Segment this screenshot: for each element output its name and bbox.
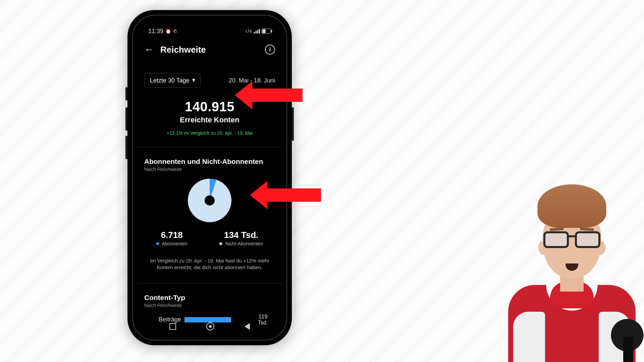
android-nav-bar	[137, 317, 282, 336]
phone-bezel: 11:39 ⏰ ✆ LTE ← Reichweite i	[132, 15, 287, 341]
date-range-dropdown[interactable]: Letzte 30 Tage ▾	[144, 73, 201, 88]
back-arrow-icon[interactable]: ←	[144, 44, 154, 55]
dot-blue-icon	[156, 242, 159, 245]
donut-icon	[188, 179, 231, 222]
recent-apps-icon[interactable]	[169, 323, 176, 330]
nonfollowers-label: Nicht-Abonnenten	[219, 241, 263, 246]
followers-section-header: Abonnenten und Nicht-Abonnenten Nach Rei…	[137, 158, 282, 172]
phone-volume-down	[125, 136, 127, 159]
phone-power-button	[292, 107, 294, 141]
followers-legend-col: 6.718 Abonnenten	[156, 230, 187, 246]
nonfollowers-legend-col: 134 Tsd. Nicht-Abonnenten	[219, 230, 263, 246]
content-section-header: Content-Typ Nach Reichweite	[137, 294, 282, 308]
title-bar: ← Reichweite i	[137, 40, 282, 60]
headline-label: Erreichte Konten	[137, 116, 282, 124]
date-range-row: Letzte 30 Tage ▾ 20. Mai - 18. Juni	[137, 73, 282, 88]
followers-donut-chart	[137, 179, 282, 222]
phone-volume-up	[125, 107, 127, 131]
headline-value: 140.915	[137, 99, 282, 114]
status-time: 11:39	[148, 28, 163, 35]
divider	[137, 284, 282, 284]
followers-section-subtitle: Nach Reichweite	[144, 166, 275, 172]
followers-legend: 6.718 Abonnenten 134 Tsd. Nicht-Abonnent…	[137, 230, 282, 246]
info-icon[interactable]: i	[265, 45, 275, 55]
content-section-subtitle: Nach Reichweite	[144, 302, 275, 308]
phone-screen: 11:39 ⏰ ✆ LTE ← Reichweite i	[137, 19, 282, 336]
divider	[137, 147, 282, 147]
status-bar: 11:39 ⏰ ✆ LTE	[137, 23, 282, 40]
headline-metric: 140.915 Erreichte Konten +13,1% im Vergl…	[137, 99, 282, 136]
call-icon: ✆	[173, 28, 177, 34]
phone-mute-switch	[125, 87, 127, 101]
date-range-label: Letzte 30 Tage	[150, 77, 190, 84]
followers-compare-text: Im Vergleich zu 20. Apr. - 19. Mai hast …	[146, 257, 273, 271]
presenter-overlay	[500, 181, 644, 362]
page-title: Reichweite	[160, 45, 206, 55]
headline-delta: +13,1% im Vergleich zu 20. Apr. - 19. Ma…	[137, 130, 282, 136]
followers-value: 6.718	[156, 230, 187, 240]
nonfollowers-value: 134 Tsd.	[219, 230, 263, 240]
dot-white-icon	[219, 242, 222, 245]
phone-frame: 11:39 ⏰ ✆ LTE ← Reichweite i	[127, 10, 292, 345]
microphone-icon	[607, 316, 644, 362]
home-icon[interactable]	[206, 322, 214, 330]
back-icon[interactable]	[245, 323, 250, 330]
followers-label: Abonnenten	[156, 241, 187, 246]
content-section-title: Content-Typ	[144, 294, 275, 302]
date-range-text: 20. Mai - 18. Juni	[229, 77, 275, 84]
alarm-off-icon: ⏰	[165, 28, 171, 34]
chevron-down-icon: ▾	[192, 76, 195, 84]
signal-icon	[254, 29, 260, 34]
battery-icon	[262, 28, 271, 34]
followers-section-title: Abonnenten und Nicht-Abonnenten	[144, 158, 275, 166]
lte-icon: LTE	[246, 29, 252, 33]
